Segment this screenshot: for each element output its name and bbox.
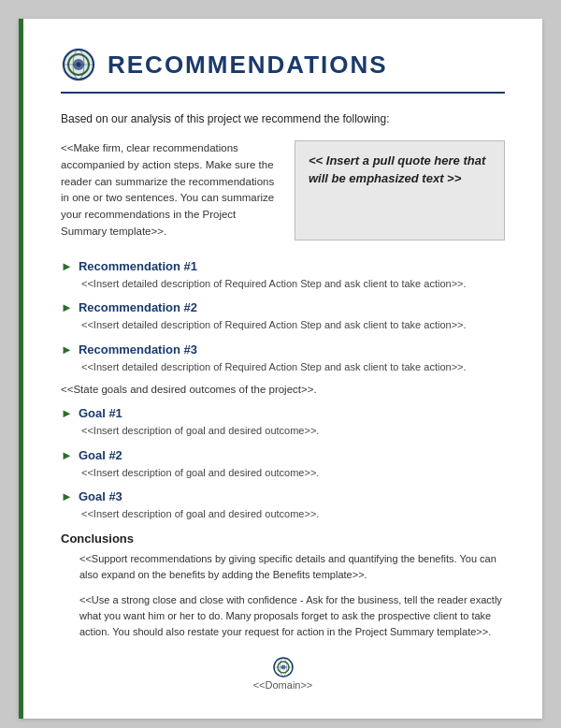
recommendation-2: ► Recommendation #2 <<Insert detailed de…	[61, 300, 505, 333]
recommendation-3-heading: ► Recommendation #3	[61, 342, 505, 357]
arrow-icon-3: ►	[61, 342, 73, 357]
intro-section: <<Make firm, clear recommendations accom…	[61, 140, 505, 240]
arrow-icon-2: ►	[61, 300, 73, 314]
conclusions-paragraph-1: <<Support recommendations by giving spec…	[79, 551, 505, 583]
recommendation-3: ► Recommendation #3 <<Insert detailed de…	[61, 342, 505, 375]
recommendations-section: ► Recommendation #1 <<Insert detailed de…	[61, 259, 505, 375]
page-header: RECOMMENDATIONS	[61, 47, 505, 94]
conclusions-paragraph-2: <<Use a strong close and close with conf…	[79, 592, 505, 640]
goal-3-desc: <<Insert description of goal and desired…	[81, 506, 505, 522]
page-container: RECOMMENDATIONS Based on our analysis of…	[19, 19, 542, 719]
goal-2-desc: <<Insert description of goal and desired…	[81, 465, 505, 481]
goal-2-heading: ► Goal #2	[61, 448, 505, 462]
body-paragraph: <<Make firm, clear recommendations accom…	[61, 140, 280, 240]
arrow-icon-goal-1: ►	[61, 406, 73, 420]
recommendation-2-desc: <<Insert detailed description of Require…	[81, 317, 505, 333]
arrow-icon-1: ►	[61, 259, 73, 273]
goals-section: ► Goal #1 <<Insert description of goal a…	[61, 406, 505, 522]
page-title: RECOMMENDATIONS	[108, 51, 388, 80]
goal-3: ► Goal #3 <<Insert description of goal a…	[61, 489, 505, 522]
footer-domain-text: <<Domain>>	[253, 679, 313, 691]
conclusions-heading: Conclusions	[61, 531, 505, 546]
intro-text: Based on our analysis of this project we…	[61, 110, 505, 127]
conclusions-section: Conclusions <<Support recommendations by…	[61, 531, 505, 640]
logo-icon	[61, 47, 96, 82]
pull-quote: << Insert a pull quote here that will be…	[295, 140, 505, 240]
recommendation-1: ► Recommendation #1 <<Insert detailed de…	[61, 259, 505, 292]
goal-1: ► Goal #1 <<Insert description of goal a…	[61, 406, 505, 439]
goal-1-desc: <<Insert description of goal and desired…	[81, 423, 505, 439]
goal-1-heading: ► Goal #1	[61, 406, 505, 420]
arrow-icon-goal-3: ►	[61, 489, 73, 503]
arrow-icon-goal-2: ►	[61, 448, 73, 462]
goal-2: ► Goal #2 <<Insert description of goal a…	[61, 448, 505, 481]
state-goals-text: <<State goals and desired outcomes of th…	[61, 384, 505, 395]
goal-3-heading: ► Goal #3	[61, 489, 505, 503]
recommendation-1-desc: <<Insert detailed description of Require…	[81, 276, 505, 292]
recommendation-1-heading: ► Recommendation #1	[61, 259, 505, 273]
page-footer: <<Domain>>	[61, 657, 505, 691]
recommendation-2-heading: ► Recommendation #2	[61, 300, 505, 314]
recommendation-3-desc: <<Insert detailed description of Require…	[81, 359, 505, 375]
footer-domain-icon	[273, 657, 294, 677]
